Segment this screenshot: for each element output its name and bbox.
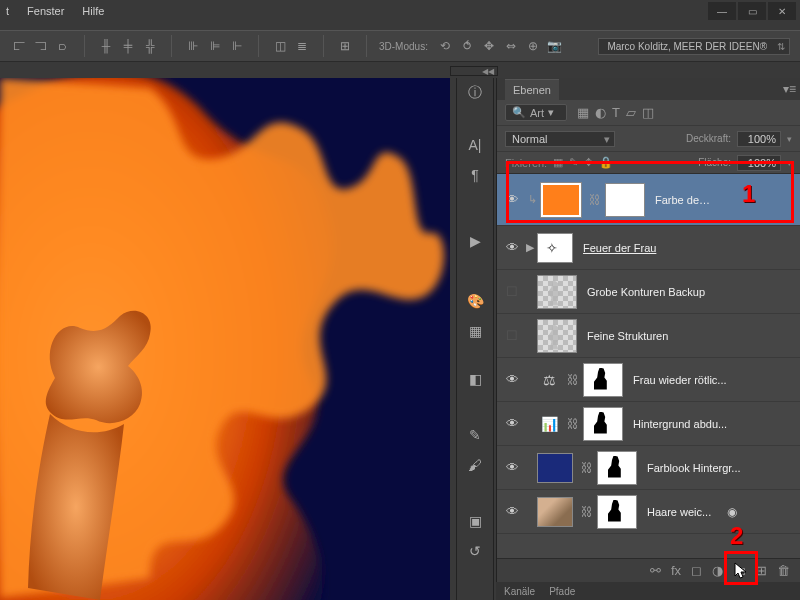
overlap-icon[interactable]: ◫ — [271, 37, 289, 55]
brush-panel-icon[interactable]: ✎ — [465, 426, 485, 444]
mask-link-icon[interactable]: ⛓ — [567, 417, 579, 431]
filter-smart-icon[interactable]: ◫ — [642, 105, 654, 120]
visibility-toggle[interactable]: ☐ — [501, 284, 523, 299]
lock-trans-icon[interactable]: ▦ — [553, 156, 563, 169]
mask-thumbnail[interactable] — [605, 183, 645, 217]
visibility-toggle[interactable]: 👁 — [501, 192, 523, 207]
menu-fenster[interactable]: Fenster — [27, 5, 64, 17]
slide-icon[interactable]: ⇔ — [502, 37, 520, 55]
mask-thumbnail[interactable] — [583, 407, 623, 441]
mask-thumbnail[interactable] — [583, 363, 623, 397]
layer-thumbnail[interactable]: ✧ — [537, 233, 573, 263]
character-panel-icon[interactable]: A| — [465, 136, 485, 154]
visibility-toggle[interactable]: 👁 — [501, 504, 523, 519]
paragraph-panel-icon[interactable]: ¶ — [465, 166, 485, 184]
workspace-selector[interactable]: Marco Kolditz, MEER DER IDEEN® — [598, 38, 790, 55]
distribute-h-icon[interactable]: ╫ — [97, 37, 115, 55]
minimize-button[interactable]: — — [708, 2, 736, 20]
distribute-icon[interactable]: ╬ — [141, 37, 159, 55]
mask-link-icon[interactable]: ⛓ — [567, 373, 579, 387]
new-adjustment-button[interactable]: ◑ — [712, 563, 723, 578]
document-canvas[interactable] — [0, 78, 450, 600]
fill-field[interactable]: 100% — [737, 155, 781, 171]
filter-shape-icon[interactable]: ▱ — [626, 105, 636, 120]
layer-effects-button[interactable]: fx — [671, 563, 681, 578]
history-panel-icon[interactable]: ↺ — [465, 542, 485, 560]
lock-pos-icon[interactable]: ✥ — [584, 156, 593, 169]
layer-name[interactable]: Frau wieder rötlic... — [633, 374, 800, 386]
lock-pixel-icon[interactable]: ✎ — [569, 156, 578, 169]
delete-layer-button[interactable]: 🗑 — [777, 563, 790, 578]
disclosure-triangle-icon[interactable]: ▶ — [523, 241, 537, 254]
tool-presets-icon[interactable]: 🖌 — [465, 456, 485, 474]
layer-row[interactable]: 👁 ⛓ Farblook Hintergr... — [497, 446, 800, 490]
swatches-panel-icon[interactable]: 🎨 — [465, 292, 485, 310]
layer-name[interactable]: Farblook Hintergr... — [647, 462, 800, 474]
layer-thumbnail[interactable] — [541, 183, 581, 217]
layer-row[interactable]: 👁 ⚖ ⛓ Frau wieder rötlic... — [497, 358, 800, 402]
space-h-icon[interactable]: ⊪ — [184, 37, 202, 55]
add-mask-button[interactable]: ◻ — [691, 563, 702, 578]
visibility-toggle[interactable]: 👁 — [501, 240, 523, 255]
panel-collapse-tab[interactable]: ◀◀ — [450, 66, 498, 76]
visibility-toggle[interactable]: 👁 — [501, 460, 523, 475]
mask-link-icon[interactable]: ⛓ — [589, 193, 601, 207]
lock-all-icon[interactable]: 🔒 — [599, 156, 613, 169]
filter-adjust-icon[interactable]: ◐ — [595, 105, 606, 120]
layer-thumbnail[interactable] — [537, 453, 573, 483]
maximize-button[interactable]: ▭ — [738, 2, 766, 20]
layer-row[interactable]: ☐ Grobe Konturen Backup — [497, 270, 800, 314]
opacity-field[interactable]: 100% — [737, 131, 781, 147]
camera-icon[interactable]: 📷 — [546, 37, 564, 55]
zoom3d-icon[interactable]: ⊕ — [524, 37, 542, 55]
info-panel-icon[interactable]: ⓘ — [465, 84, 485, 102]
auto-align-icon[interactable]: ⊞ — [336, 37, 354, 55]
layer-name[interactable]: Feuer der Frau — [583, 242, 800, 254]
visibility-toggle[interactable]: 👁 — [501, 372, 523, 387]
close-button[interactable]: ✕ — [768, 2, 796, 20]
mask-link-icon[interactable]: ⛓ — [581, 461, 593, 475]
layer-thumbnail[interactable] — [537, 319, 577, 353]
align-right-icon[interactable]: ⫐ — [54, 37, 72, 55]
visibility-toggle[interactable]: ☐ — [501, 328, 523, 343]
expand-panel-icon[interactable]: ▶ — [465, 232, 485, 250]
layer-name[interactable]: Feine Strukturen — [587, 330, 800, 342]
layer-name[interactable]: Farbe de… — [655, 194, 800, 206]
layer-row[interactable]: 👁 ▶ ✧ Feuer der Frau — [497, 226, 800, 270]
actions-panel-icon[interactable]: ▣ — [465, 512, 485, 530]
align-left-icon[interactable]: ⫍ — [10, 37, 28, 55]
layer-row[interactable]: 👁 📊 ⛓ Hintergrund abdu... — [497, 402, 800, 446]
menu-hilfe[interactable]: Hilfe — [82, 5, 104, 17]
order-icon[interactable]: ≣ — [293, 37, 311, 55]
layer-name[interactable]: Haare weic... — [647, 506, 723, 518]
opacity-dropdown-icon[interactable]: ▾ — [787, 134, 792, 144]
layer-filter-select[interactable]: 🔍 Art ▾ — [505, 104, 567, 121]
fill-dropdown-icon[interactable]: ▾ — [787, 158, 792, 168]
layer-thumbnail[interactable] — [537, 275, 577, 309]
panel-menu-icon[interactable]: ▾≡ — [783, 82, 796, 96]
distribute-v-icon[interactable]: ╪ — [119, 37, 137, 55]
blend-mode-select[interactable]: Normal — [505, 131, 615, 147]
align-center-icon[interactable]: ⫎ — [32, 37, 50, 55]
link-layers-button[interactable]: ⚯ — [650, 563, 661, 578]
mask-thumbnail[interactable] — [597, 495, 637, 529]
mask-link-icon[interactable]: ⛓ — [581, 505, 593, 519]
layer-thumbnail[interactable] — [537, 497, 573, 527]
layer-name[interactable]: Hintergrund abdu... — [633, 418, 800, 430]
paths-tab[interactable]: Pfade — [549, 586, 575, 597]
layer-row[interactable]: ☐ Feine Strukturen — [497, 314, 800, 358]
adjustments-panel-icon[interactable]: ◧ — [465, 370, 485, 388]
layer-row[interactable]: 👁 ⛓ Haare weic... ◉ — [497, 490, 800, 534]
roll-icon[interactable]: ⥀ — [458, 37, 476, 55]
visibility-toggle[interactable]: 👁 — [501, 416, 523, 431]
filter-pixel-icon[interactable]: ▦ — [577, 105, 589, 120]
menu-truncated[interactable]: t — [6, 5, 9, 17]
layers-tab[interactable]: Ebenen — [505, 79, 559, 100]
channels-tab[interactable]: Kanäle — [504, 586, 535, 597]
layer-name[interactable]: Grobe Konturen Backup — [587, 286, 800, 298]
space-icon[interactable]: ⊩ — [228, 37, 246, 55]
pan-icon[interactable]: ✥ — [480, 37, 498, 55]
mask-thumbnail[interactable] — [597, 451, 637, 485]
space-v-icon[interactable]: ⊫ — [206, 37, 224, 55]
new-layer-button[interactable]: ⊞ — [756, 563, 767, 578]
